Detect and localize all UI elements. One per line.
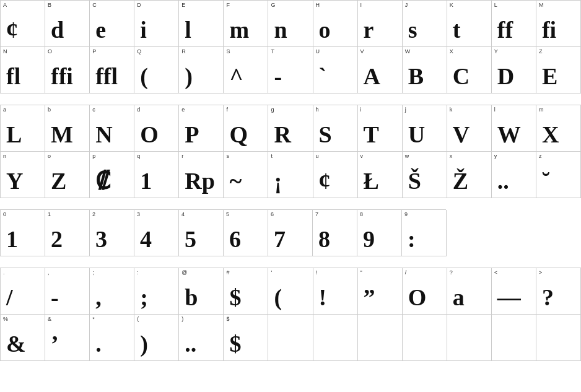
cell-character: ^ [227, 64, 243, 92]
glyph-cell: 34 [134, 210, 179, 256]
cell-character: $ [227, 285, 241, 313]
cell-label: ( [137, 316, 139, 322]
cell-label: T [271, 49, 274, 54]
cell-label: , [48, 270, 50, 276]
glyph-cell: %& [1, 315, 45, 361]
cell-label: V [360, 49, 364, 54]
cell-label: h [316, 107, 319, 113]
glyph-cell: WB [403, 47, 447, 94]
glyph-cell: Lff [492, 1, 536, 47]
cell-label: j [405, 107, 406, 113]
glyph-cell: T- [268, 47, 313, 94]
cell-character: fl [4, 64, 20, 92]
glyph-cell: '( [268, 268, 313, 315]
cell-label: z [539, 154, 542, 159]
cell-character: Y [4, 169, 23, 196]
cell-label: / [405, 270, 407, 276]
cell-character: — [495, 285, 521, 313]
glyph-cell: &’ [45, 315, 90, 361]
glyph-cell: ./ [1, 268, 45, 315]
cell-character [406, 355, 408, 359]
cell-character: - [48, 285, 59, 313]
cell-label: X [450, 49, 453, 54]
cell-character: ₡ [93, 169, 110, 196]
cell-label: ) [181, 316, 183, 322]
cell-label: " [360, 270, 362, 276]
glyph-cell [268, 315, 313, 361]
glyph-cell: !! [313, 268, 358, 315]
glyph-cell: XC [447, 47, 492, 94]
cell-label: B [48, 2, 51, 8]
cell-character: 8 [316, 227, 330, 255]
cell-label: e [181, 107, 185, 113]
cell-character: L [4, 123, 22, 150]
cell-character [271, 355, 274, 359]
cell-character: n [271, 18, 287, 45]
glyph-cell: () [134, 315, 179, 361]
glyph-cell: Di [134, 1, 179, 47]
glyph-cell: nY [1, 152, 45, 198]
cell-label: w [405, 154, 409, 159]
cell-character: 1 [4, 227, 18, 255]
glyph-cell: #$ [224, 268, 268, 315]
cell-character [495, 355, 497, 359]
cell-label: a [3, 107, 6, 113]
cell-label: ; [92, 270, 94, 276]
cell-character: , [93, 285, 102, 313]
cell-label: Z [539, 49, 543, 54]
glyph-cell: oZ [45, 152, 90, 198]
cell-character: ) [138, 332, 148, 359]
cell-character: l [182, 18, 191, 45]
glyph-cell: fQ [224, 105, 268, 152]
cell-label: 5 [226, 212, 229, 217]
cell-character: ffi [48, 64, 73, 92]
glyph-cell: Js [403, 1, 447, 47]
cell-character: Ž [450, 169, 468, 196]
cell-label: < [494, 270, 497, 276]
glyph-cell: u¢ [313, 152, 358, 198]
cell-label: I [360, 2, 362, 8]
section-section4: ./,-;,:;@b#$'(!!"”/O?a<—>?%&&’*.())..$$ [0, 268, 581, 361]
cell-label: 1 [48, 212, 51, 217]
glyph-cell: ).. [179, 315, 224, 361]
cell-character: ` [317, 64, 327, 92]
cell-character: d [48, 18, 64, 45]
glyph-cell: VA [358, 47, 403, 94]
cell-character: ! [317, 285, 327, 313]
glyph-cell: *. [90, 315, 134, 361]
glyph-cell: Ir [358, 1, 403, 47]
cell-character: N [93, 123, 112, 150]
cell-character: ¡ [271, 169, 282, 196]
cell-character [450, 355, 453, 359]
cell-character: 9 [360, 227, 375, 255]
glyph-cell: Ce [90, 1, 134, 47]
cell-label: K [450, 2, 453, 8]
glyph-cell: 56 [224, 210, 268, 256]
glyph-cell: jU [403, 105, 447, 152]
cell-label: Y [494, 49, 498, 54]
cell-label: . [3, 270, 5, 276]
cell-label: ? [450, 270, 453, 276]
glyph-cell: 23 [90, 210, 134, 256]
glyph-cell [403, 315, 447, 361]
cell-label: r [181, 154, 183, 159]
cell-character: s [406, 18, 417, 45]
cell-character: S [317, 123, 332, 150]
cell-character: 7 [271, 227, 286, 255]
cell-character: P [182, 123, 199, 150]
cell-label: L [494, 2, 497, 8]
cell-label: > [539, 270, 542, 276]
cell-character: : [405, 227, 416, 255]
glyph-cell: mX [536, 105, 581, 152]
cell-label: 7 [315, 212, 318, 217]
cell-label: S [226, 49, 230, 54]
cell-character: m [227, 18, 249, 45]
glyph-cell: YD [492, 47, 536, 94]
cell-label: s [226, 154, 229, 159]
cell-character: & [4, 332, 26, 359]
cell-label: p [92, 154, 95, 159]
cell-character: $ [227, 332, 241, 359]
cell-character: 2 [48, 227, 63, 255]
cell-label: D [137, 2, 141, 8]
glyph-cell: iT [358, 105, 403, 152]
